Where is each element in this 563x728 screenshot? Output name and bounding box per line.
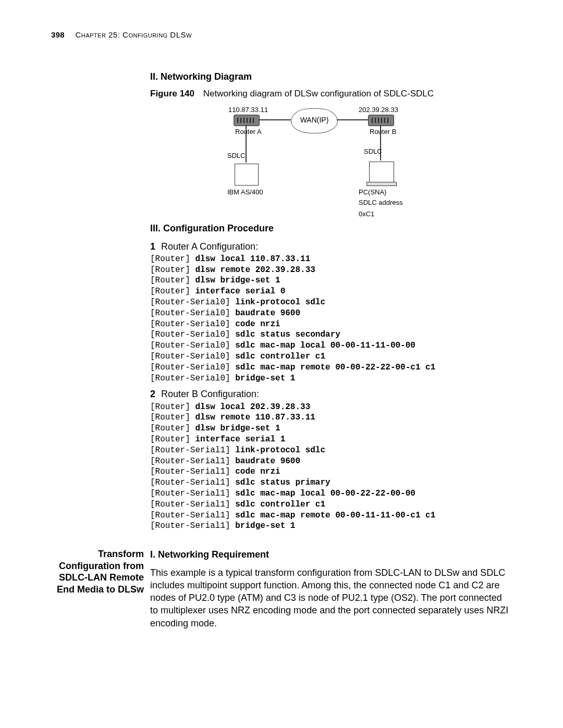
- router-a-label: Router A: [235, 127, 262, 137]
- router-a-config-code: [Router] dlsw local 110.87.33.11 [Router…: [150, 254, 512, 384]
- pc-label-2: SDLC address: [359, 198, 403, 207]
- section2-heading: II. Networking Diagram: [150, 70, 512, 83]
- section3-heading: III. Configuration Procedure: [150, 222, 512, 235]
- sdlc-a-label: SDLC: [227, 151, 246, 161]
- figure-caption-text: Networking diagram of DLSw configuration…: [203, 89, 434, 98]
- figure-caption: Figure 140 Networking diagram of DLSw co…: [150, 88, 512, 100]
- pc-device-icon: [369, 162, 394, 182]
- figure-label: Figure 140: [150, 89, 194, 98]
- router-b-label: Router B: [370, 127, 396, 137]
- step-1: 1 Router A Configuration:: [150, 240, 512, 253]
- step-1-number: 1: [150, 240, 158, 253]
- ip-b-label: 202.39.28.33: [359, 105, 398, 115]
- pc-label-1: PC(SNA): [359, 188, 386, 197]
- router-b-config-code: [Router] dlsw local 202.39.28.33 [Router…: [150, 402, 512, 532]
- networking-diagram: 110.87.33.11 202.39.28.33 Router A WAN(I…: [150, 105, 512, 220]
- pc-label-3: 0xC1: [359, 209, 374, 219]
- page-header: 398 Chapter 25: Configuring DLSw: [51, 30, 512, 39]
- wan-cloud-icon: WAN(IP): [291, 108, 338, 133]
- sdlc-b-label: SDLC: [364, 147, 382, 156]
- step-1-text: Router A Configuration:: [161, 241, 258, 252]
- step-2-text: Router B Configuration:: [161, 389, 259, 399]
- step-2: 2 Router B Configuration:: [150, 388, 512, 400]
- as400-label: IBM AS/400: [227, 188, 263, 197]
- chapter-label: Chapter 25: Configuring DLSw: [75, 30, 191, 39]
- section-transform-paragraph: This example is a typical transform conf…: [150, 566, 512, 630]
- wan-cloud-label: WAN(IP): [300, 116, 329, 124]
- section-transform-sidebar-title: Transform Configuration from SDLC-LAN Re…: [51, 548, 150, 630]
- section-transform-heading: I. Networking Requirement: [150, 548, 512, 561]
- link-line-right: [337, 119, 368, 120]
- vline-a: [246, 125, 247, 163]
- link-line-left: [259, 119, 291, 120]
- step-2-number: 2: [150, 388, 158, 400]
- router-b-icon: [368, 115, 394, 126]
- page-number: 398: [51, 30, 65, 39]
- as400-device-icon: [235, 164, 259, 186]
- router-a-icon: [234, 115, 260, 126]
- ip-a-label: 110.87.33.11: [228, 105, 268, 115]
